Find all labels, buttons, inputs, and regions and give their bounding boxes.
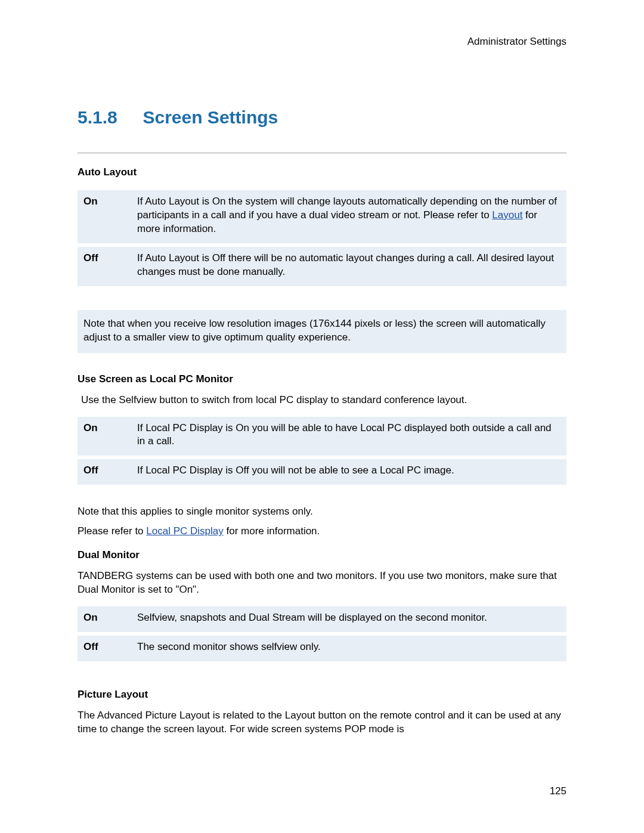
option-key: On [78, 190, 131, 243]
text-segment: for more information. [224, 525, 320, 537]
dual-monitor-label: Dual Monitor [78, 549, 566, 561]
picture-layout-label: Picture Layout [78, 689, 566, 701]
table-row: Off If Local PC Display is Off you will … [78, 459, 566, 485]
dual-monitor-intro: TANDBERG systems can be used with both o… [78, 569, 566, 597]
local-pc-note-1: Note that this applies to single monitor… [78, 505, 566, 519]
option-key: On [78, 606, 131, 632]
table-row: Off The second monitor shows selfview on… [78, 636, 566, 661]
option-description: If Local PC Display is On you will be ab… [131, 417, 566, 456]
table-row: Off If Auto Layout is Off there will be … [78, 247, 566, 286]
option-key: Off [78, 247, 131, 286]
option-key: On [78, 417, 131, 456]
layout-link[interactable]: Layout [492, 209, 522, 221]
option-description: If Local PC Display is Off you will not … [131, 459, 566, 485]
section-title-text: Screen Settings [143, 107, 278, 128]
header-section-label: Administrator Settings [78, 36, 566, 48]
text-segment: Please refer to [78, 525, 146, 537]
option-description: If Auto Layout is On the system will cha… [131, 190, 566, 243]
section-heading: 5.1.8 Screen Settings [78, 107, 566, 128]
auto-layout-table: On If Auto Layout is On the system will … [78, 187, 566, 290]
table-row: On If Local PC Display is On you will be… [78, 417, 566, 456]
local-pc-intro: Use the Selfview button to switch from l… [81, 394, 566, 407]
picture-layout-text: The Advanced Picture Layout is related t… [78, 709, 566, 736]
table-row: On If Auto Layout is On the system will … [78, 190, 566, 243]
auto-layout-note: Note that when you receive low resolutio… [78, 310, 566, 353]
option-key: Off [78, 636, 131, 661]
table-row: On Selfview, snapshots and Dual Stream w… [78, 606, 566, 632]
local-pc-display-link[interactable]: Local PC Display [146, 525, 223, 537]
section-divider [78, 153, 566, 153]
auto-layout-label: Auto Layout [78, 166, 566, 178]
local-pc-note-2: Please refer to Local PC Display for mor… [78, 525, 566, 538]
option-key: Off [78, 459, 131, 485]
local-pc-label: Use Screen as Local PC Monitor [78, 373, 566, 385]
option-description: The second monitor shows selfview only. [131, 636, 566, 661]
dual-monitor-table: On Selfview, snapshots and Dual Stream w… [78, 603, 566, 665]
option-description: If Auto Layout is Off there will be no a… [131, 247, 566, 286]
section-number: 5.1.8 [78, 107, 117, 128]
page-number: 125 [550, 785, 566, 797]
option-description: Selfview, snapshots and Dual Stream will… [131, 606, 566, 632]
local-pc-table: On If Local PC Display is On you will be… [78, 413, 566, 489]
